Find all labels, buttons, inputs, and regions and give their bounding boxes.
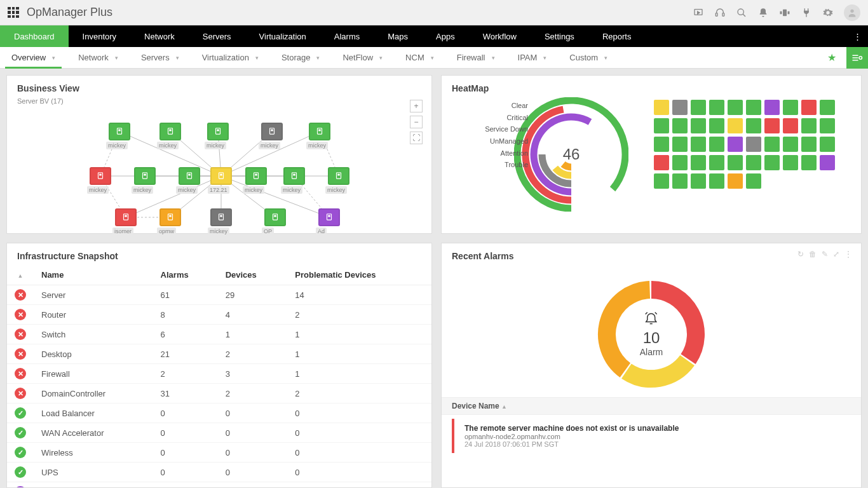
topology-node[interactable] bbox=[283, 167, 305, 185]
topology-node[interactable] bbox=[134, 167, 156, 185]
topology-node[interactable] bbox=[261, 123, 283, 140]
heatmap-cell[interactable] bbox=[672, 173, 688, 189]
favorite-icon[interactable]: ★ bbox=[822, 51, 841, 64]
heatmap-cell[interactable] bbox=[783, 137, 798, 152]
alarm-list-item[interactable]: The remote server machine does not exist… bbox=[452, 419, 851, 453]
heatmap-cell[interactable] bbox=[764, 100, 780, 115]
device-name-header[interactable]: Device Name ▲ bbox=[442, 397, 861, 415]
heatmap-cell[interactable] bbox=[728, 155, 743, 170]
infra-col-2[interactable]: Alarms bbox=[153, 265, 218, 285]
heatmap-cell[interactable] bbox=[820, 100, 835, 115]
heatmap-cell[interactable] bbox=[709, 118, 724, 133]
heatmap-cell[interactable] bbox=[746, 100, 761, 115]
main-nav-apps[interactable]: Apps bbox=[422, 25, 469, 47]
sub-nav-servers[interactable]: Servers▾ bbox=[130, 47, 191, 68]
sub-nav-netflow[interactable]: NetFlow▾ bbox=[331, 47, 394, 68]
table-row[interactable]: ✕Server612914 bbox=[7, 285, 431, 305]
screencast-icon[interactable] bbox=[693, 7, 704, 18]
topology-node[interactable] bbox=[210, 167, 232, 185]
topology-node[interactable] bbox=[159, 208, 181, 226]
heatmap-cell[interactable] bbox=[820, 137, 835, 152]
infra-col-0[interactable]: ▲ bbox=[7, 265, 34, 285]
main-nav-alarms[interactable]: Alarms bbox=[320, 25, 374, 47]
topology-node[interactable] bbox=[328, 167, 349, 185]
heatmap-cell[interactable] bbox=[801, 155, 817, 170]
refresh-icon[interactable]: ↻ bbox=[797, 250, 804, 259]
main-nav-servers[interactable]: Servers bbox=[189, 25, 245, 47]
nav-overflow-icon[interactable]: ⋮ bbox=[853, 25, 868, 47]
topology-node[interactable] bbox=[109, 123, 130, 140]
heatmap-cell[interactable] bbox=[783, 118, 798, 133]
heatmap-cell[interactable] bbox=[801, 100, 817, 115]
topology-node[interactable] bbox=[264, 208, 286, 226]
table-row[interactable]: ✕DomainController3122 bbox=[7, 384, 431, 403]
phone-icon[interactable] bbox=[779, 7, 790, 18]
heatmap-cell[interactable] bbox=[672, 137, 688, 152]
heatmap-cell[interactable] bbox=[746, 173, 761, 189]
main-nav-maps[interactable]: Maps bbox=[374, 25, 422, 47]
expand-icon[interactable]: ⤢ bbox=[833, 250, 839, 259]
heatmap-cell[interactable] bbox=[654, 137, 669, 152]
table-row[interactable]: ✕Desktop2121 bbox=[7, 344, 431, 364]
sub-nav-network[interactable]: Network▾ bbox=[67, 47, 130, 68]
topology-node[interactable] bbox=[159, 123, 181, 140]
infra-col-1[interactable]: Name bbox=[34, 265, 153, 285]
heatmap-cell[interactable] bbox=[709, 173, 724, 189]
table-row[interactable]: ✓WAN Accelerator000 bbox=[7, 423, 431, 443]
delete-icon[interactable]: 🗑 bbox=[809, 250, 817, 259]
heatmap-cell[interactable] bbox=[746, 137, 761, 152]
heatmap-cell[interactable] bbox=[764, 118, 780, 133]
sub-nav-custom[interactable]: Custom▾ bbox=[558, 47, 619, 68]
heatmap-cell[interactable] bbox=[654, 173, 669, 189]
heatmap-cell[interactable] bbox=[820, 118, 835, 133]
table-row[interactable]: ↓Printer121 bbox=[7, 482, 431, 489]
heatmap-cell[interactable] bbox=[654, 118, 669, 133]
sub-nav-overview[interactable]: Overview▾ bbox=[0, 47, 67, 68]
sub-nav-storage[interactable]: Storage▾ bbox=[270, 47, 332, 68]
search-icon[interactable] bbox=[736, 7, 747, 18]
main-nav-settings[interactable]: Settings bbox=[531, 25, 588, 47]
infra-col-4[interactable]: Problematic Devices bbox=[287, 265, 431, 285]
topology-node[interactable] bbox=[210, 208, 232, 226]
gear-icon[interactable] bbox=[822, 7, 834, 18]
main-nav-workflow[interactable]: Workflow bbox=[469, 25, 531, 47]
sub-nav-virtualization[interactable]: Virtualization▾ bbox=[191, 47, 270, 68]
topology-node[interactable] bbox=[318, 208, 340, 226]
avatar[interactable] bbox=[844, 4, 860, 21]
heatmap-cell[interactable] bbox=[691, 118, 706, 133]
heatmap-cell[interactable] bbox=[764, 155, 780, 170]
add-widget-button[interactable] bbox=[846, 47, 868, 69]
infra-col-3[interactable]: Devices bbox=[218, 265, 288, 285]
more-icon[interactable]: ⋮ bbox=[844, 250, 852, 259]
heatmap-cell[interactable] bbox=[672, 118, 688, 133]
heatmap-cell[interactable] bbox=[820, 155, 835, 170]
table-row[interactable]: ✓UPS000 bbox=[7, 463, 431, 482]
headset-icon[interactable] bbox=[714, 7, 726, 18]
heatmap-cell[interactable] bbox=[691, 137, 706, 152]
topology-node[interactable] bbox=[115, 208, 137, 226]
sub-nav-ipam[interactable]: IPAM▾ bbox=[506, 47, 559, 68]
heatmap-cell[interactable] bbox=[691, 100, 706, 115]
heatmap-cell[interactable] bbox=[709, 100, 724, 115]
table-row[interactable]: ✓Load Balancer000 bbox=[7, 403, 431, 423]
heatmap-cell[interactable] bbox=[654, 100, 669, 115]
main-nav-inventory[interactable]: Inventory bbox=[69, 25, 130, 47]
topology-node[interactable] bbox=[245, 167, 267, 185]
heatmap-cell[interactable] bbox=[672, 155, 688, 170]
topology-node[interactable] bbox=[179, 167, 200, 185]
sub-nav-ncm[interactable]: NCM▾ bbox=[394, 47, 445, 68]
main-nav-reports[interactable]: Reports bbox=[588, 25, 646, 47]
heatmap-cell[interactable] bbox=[746, 155, 761, 170]
topology-node[interactable] bbox=[309, 123, 330, 140]
heatmap-cell[interactable] bbox=[691, 155, 706, 170]
heatmap-cell[interactable] bbox=[783, 100, 798, 115]
heatmap-cell[interactable] bbox=[654, 155, 669, 170]
heatmap-cell[interactable] bbox=[801, 118, 817, 133]
heatmap-cell[interactable] bbox=[783, 155, 798, 170]
heatmap-cell[interactable] bbox=[709, 155, 724, 170]
table-row[interactable]: ✕Switch611 bbox=[7, 325, 431, 344]
heatmap-cell[interactable] bbox=[728, 100, 743, 115]
main-nav-dashboard[interactable]: Dashboard bbox=[0, 25, 69, 47]
heatmap-cell[interactable] bbox=[728, 118, 743, 133]
heatmap-cell[interactable] bbox=[672, 100, 688, 115]
